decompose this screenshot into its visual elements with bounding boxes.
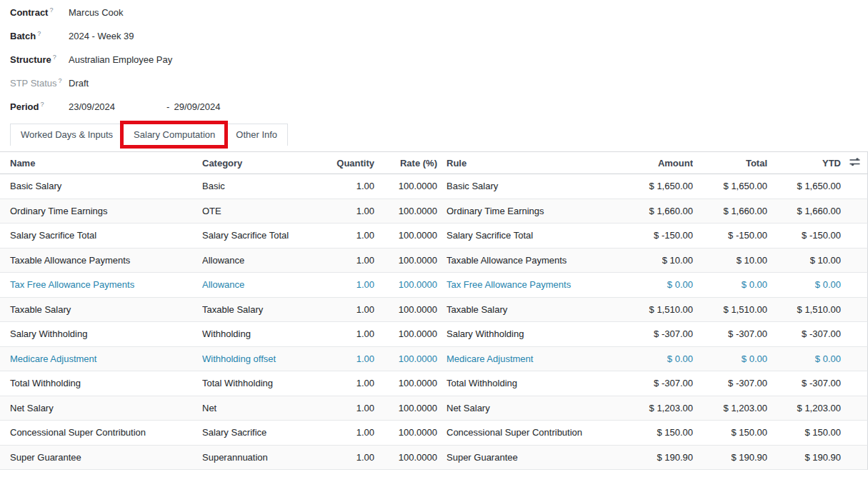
column-header-rate[interactable]: Rate (%) <box>374 158 437 169</box>
table-row[interactable]: Salary Withholding Withholding 1.00 100.… <box>0 322 868 347</box>
cell-category: Withholding <box>202 328 331 339</box>
cell-amount: $ 10.00 <box>607 255 693 266</box>
form-field-row: Batch? 2024 - Week 39 <box>10 24 868 48</box>
cell-rate: 100.0000 <box>374 378 437 388</box>
table-row[interactable]: Ordinary Time Earnings OTE 1.00 100.0000… <box>0 199 868 224</box>
cell-rule: Total Withholding <box>437 378 607 388</box>
field-value[interactable]: 2024 - Week 39 <box>69 31 134 41</box>
cell-total: $ 150.00 <box>693 427 767 438</box>
cell-total: $ 1,650.00 <box>693 181 767 191</box>
column-header-amount[interactable]: Amount <box>607 158 693 169</box>
cell-category: Net <box>202 403 331 413</box>
cell-name: Basic Salary <box>0 181 202 191</box>
cell-quantity: 1.00 <box>331 279 374 290</box>
cell-quantity: 1.00 <box>331 403 374 413</box>
cell-ytd: $ -307.00 <box>767 328 841 339</box>
payslip-form: Contract? Marcus Cook Batch? 2024 - Week… <box>0 0 868 470</box>
cell-category: Allowance <box>202 255 331 266</box>
sliders-icon[interactable] <box>849 157 860 166</box>
table-row[interactable]: Medicare Adjustment Withholding offset 1… <box>0 347 868 372</box>
cell-total: $ 10.00 <box>693 255 767 266</box>
column-header-quantity[interactable]: Quantity <box>331 158 374 169</box>
cell-quantity: 1.00 <box>331 378 374 388</box>
column-header-name[interactable]: Name <box>0 158 202 169</box>
cell-quantity: 1.00 <box>331 304 374 315</box>
cell-ytd: $ 1,660.00 <box>767 206 841 216</box>
cell-category: Taxable Salary <box>202 304 331 315</box>
cell-amount: $ 0.00 <box>607 353 693 364</box>
column-header-total[interactable]: Total <box>693 158 767 169</box>
cell-rule: Basic Salary <box>437 181 607 191</box>
help-icon: ? <box>37 30 41 37</box>
table-row[interactable]: Basic Salary Basic 1.00 100.0000 Basic S… <box>0 174 868 199</box>
cell-quantity: 1.00 <box>331 427 374 438</box>
cell-rule: Ordinary Time Earnings <box>437 206 607 216</box>
tab-other-info[interactable]: Other Info <box>226 124 288 146</box>
cell-quantity: 1.00 <box>331 206 374 216</box>
cell-total: $ 190.90 <box>693 452 767 463</box>
field-label-text: Period <box>10 102 39 113</box>
cell-name: Tax Free Allowance Payments <box>0 279 202 290</box>
cell-quantity: 1.00 <box>331 452 374 463</box>
field-label: Batch? <box>10 30 69 41</box>
cell-name: Net Salary <box>0 403 202 413</box>
cell-name: Salary Withholding <box>0 328 202 339</box>
cell-rate: 100.0000 <box>374 206 437 216</box>
table-row[interactable]: Total Withholding Total Withholding 1.00… <box>0 371 868 396</box>
cell-amount: $ -307.00 <box>607 378 693 388</box>
cell-rate: 100.0000 <box>374 353 437 364</box>
cell-rule: Super Guarantee <box>437 452 607 463</box>
field-value[interactable]: Draft <box>69 78 89 89</box>
cell-amount: $ -150.00 <box>607 230 693 241</box>
help-icon: ? <box>53 54 56 61</box>
table-row[interactable]: Salary Sacrifice Total Salary Sacrifice … <box>0 224 868 248</box>
field-value[interactable]: 23/09/2024 <box>69 101 115 112</box>
table-row[interactable]: Concessional Super Contribution Salary S… <box>0 421 868 446</box>
cell-rate: 100.0000 <box>374 328 437 339</box>
form-field-row: Period? 23/09/2024 - 29/09/2024 <box>10 95 868 119</box>
table-row[interactable]: Net Salary Net 1.00 100.0000 Net Salary … <box>0 396 868 421</box>
cell-name: Taxable Salary <box>0 304 202 315</box>
cell-quantity: 1.00 <box>331 328 374 339</box>
tab-salary-computation-label: Salary Computation <box>134 129 215 140</box>
cell-rule: Tax Free Allowance Payments <box>437 279 607 290</box>
field-value-end[interactable]: 29/09/2024 <box>174 101 220 112</box>
period-separator: - <box>166 101 169 112</box>
tab-worked-days-inputs[interactable]: Worked Days & Inputs <box>10 124 124 146</box>
cell-ytd: $ 0.00 <box>767 353 841 364</box>
cell-category: Total Withholding <box>202 378 331 388</box>
cell-ytd: $ 1,650.00 <box>767 181 841 191</box>
table-row[interactable]: Taxable Salary Taxable Salary 1.00 100.0… <box>0 298 868 323</box>
cell-total: $ -150.00 <box>693 230 767 241</box>
cell-rate: 100.0000 <box>374 279 437 290</box>
help-icon: ? <box>40 101 44 108</box>
cell-rule: Salary Withholding <box>437 328 607 339</box>
column-header-rule[interactable]: Rule <box>437 158 607 169</box>
table-row[interactable]: Tax Free Allowance Payments Allowance 1.… <box>0 273 868 298</box>
form-field-row: STP Status? Draft <box>10 71 868 95</box>
cell-ytd: $ 150.00 <box>767 427 841 438</box>
cell-ytd: $ 190.90 <box>767 452 841 463</box>
column-header-ytd[interactable]: YTD <box>767 158 841 169</box>
cell-ytd: $ -307.00 <box>767 378 841 388</box>
cell-ytd: $ -150.00 <box>767 230 841 241</box>
cell-name: Salary Sacrifice Total <box>0 230 202 241</box>
help-icon: ? <box>49 6 53 14</box>
salary-computation-table: Name Category Quantity Rate (%) Rule Amo… <box>0 151 868 470</box>
field-label: Period? <box>10 101 69 112</box>
cell-quantity: 1.00 <box>331 255 374 266</box>
cell-rule: Medicare Adjustment <box>437 353 607 364</box>
table-row[interactable]: Super Guarantee Superannuation 1.00 100.… <box>0 446 868 471</box>
tab-salary-computation[interactable]: Salary Computation <box>124 124 226 146</box>
cell-name: Concessional Super Contribution <box>0 427 202 438</box>
table-row[interactable]: Taxable Allowance Payments Allowance 1.0… <box>0 248 868 273</box>
cell-ytd: $ 1,510.00 <box>767 304 841 315</box>
cell-ytd: $ 1,203.00 <box>767 403 841 413</box>
column-header-category[interactable]: Category <box>202 158 331 169</box>
cell-rate: 100.0000 <box>374 255 437 266</box>
cell-rate: 100.0000 <box>374 304 437 315</box>
cell-total: $ 0.00 <box>693 279 767 290</box>
field-value[interactable]: Australian Employee Pay <box>69 54 172 65</box>
field-value[interactable]: Marcus Cook <box>69 7 124 18</box>
cell-rate: 100.0000 <box>374 452 437 463</box>
